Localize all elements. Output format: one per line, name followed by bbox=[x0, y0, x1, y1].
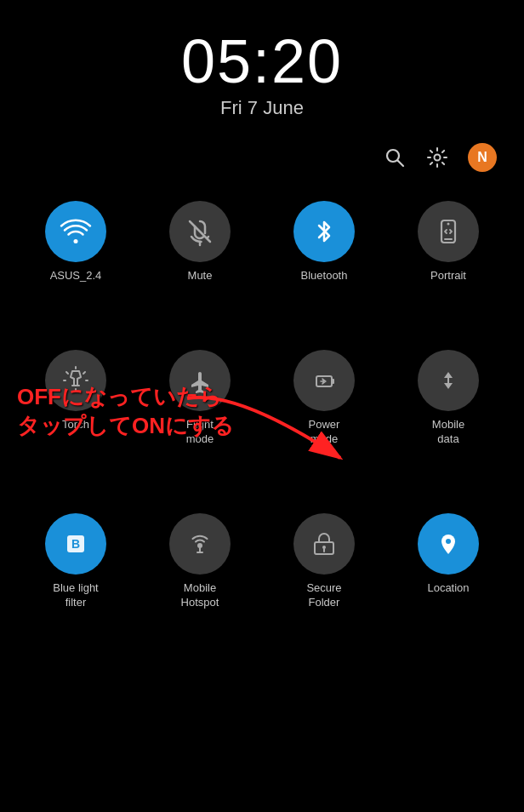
tile-bluelight[interactable]: B Blue light filter bbox=[14, 501, 138, 622]
annotation-line2: タップしてONにする bbox=[17, 412, 234, 441]
tile-mobiledata-label: Mobile data bbox=[432, 418, 464, 447]
tile-bluelight-label: Blue light filter bbox=[53, 581, 98, 610]
tiles-row-1: ASUS_2.4 Mute Bluetooth bbox=[0, 172, 524, 295]
tile-hotspot-label: Mobile Hotspot bbox=[181, 581, 219, 610]
tile-location[interactable]: Location bbox=[386, 501, 510, 622]
tile-location-label: Location bbox=[427, 581, 469, 596]
tile-portrait-icon bbox=[418, 201, 479, 262]
tile-bluetooth[interactable]: Bluetooth bbox=[262, 189, 386, 295]
svg-point-16 bbox=[446, 539, 451, 544]
tiles-row-3: B Blue light filter Mobile Hotspot S bbox=[0, 484, 524, 622]
avatar[interactable]: N bbox=[468, 143, 497, 172]
tile-wifi[interactable]: ASUS_2.4 bbox=[14, 189, 138, 295]
svg-point-5 bbox=[447, 223, 450, 226]
settings-icon[interactable] bbox=[425, 146, 449, 169]
top-icons-bar: N bbox=[0, 119, 524, 172]
tile-mobiledata[interactable]: Mobile data bbox=[386, 338, 510, 459]
time-section: 05:20 Fri 7 June bbox=[0, 0, 524, 119]
tile-hotspot-icon bbox=[169, 513, 231, 575]
tile-portrait-label: Portrait bbox=[430, 269, 466, 283]
tile-wifi-label: ASUS_2.4 bbox=[50, 269, 102, 283]
search-icon[interactable] bbox=[383, 146, 407, 169]
annotation-text: OFFになっていたら タップしてONにする bbox=[17, 383, 234, 441]
svg-text:B: B bbox=[71, 537, 80, 551]
tile-hotspot[interactable]: Mobile Hotspot bbox=[138, 501, 262, 622]
tile-portrait[interactable]: Portrait bbox=[386, 189, 510, 295]
svg-rect-8 bbox=[332, 379, 334, 384]
tile-power-icon bbox=[293, 350, 355, 411]
tile-power-label: Power mode bbox=[309, 418, 340, 447]
tile-bluetooth-label: Bluetooth bbox=[301, 269, 348, 283]
tile-location-icon bbox=[418, 513, 479, 575]
tile-mute-label: Mute bbox=[188, 269, 213, 283]
tile-mute-icon bbox=[169, 201, 231, 262]
tile-bluelight-icon: B bbox=[45, 513, 106, 575]
tile-power[interactable]: Power mode bbox=[262, 338, 386, 459]
tile-bluetooth-icon bbox=[293, 201, 355, 262]
annotation-line1: OFFになっていたら bbox=[17, 383, 234, 412]
svg-point-2 bbox=[435, 155, 441, 161]
tile-securefolder-icon bbox=[293, 513, 355, 575]
tile-securefolder[interactable]: Secure Folder bbox=[262, 501, 386, 622]
tile-wifi-icon bbox=[45, 201, 106, 262]
tile-securefolder-label: Secure Folder bbox=[306, 581, 341, 610]
clock-time: 05:20 bbox=[0, 31, 524, 92]
tile-mute[interactable]: Mute bbox=[138, 189, 262, 295]
svg-line-1 bbox=[398, 161, 404, 167]
tile-mobiledata-icon bbox=[418, 350, 479, 411]
clock-date: Fri 7 June bbox=[0, 97, 524, 119]
